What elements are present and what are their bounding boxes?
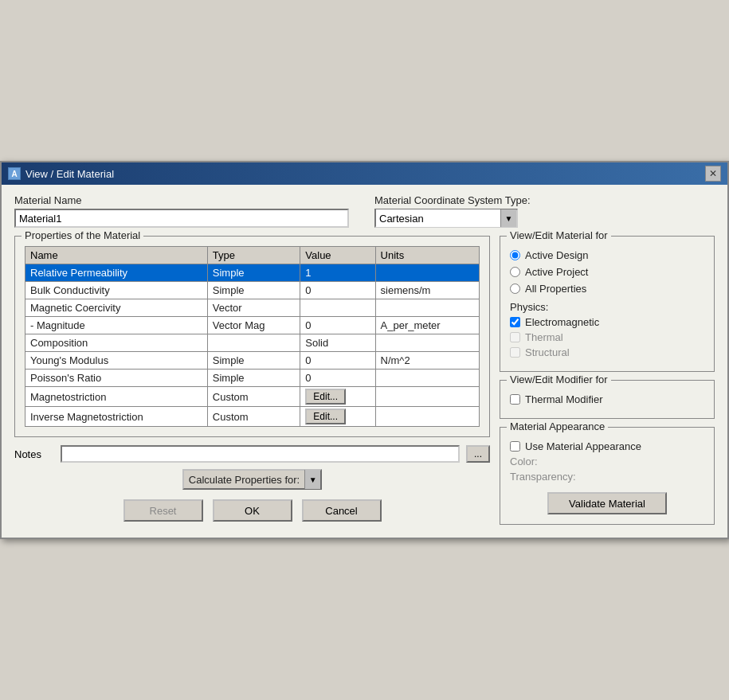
cell-name: Magnetostriction	[25, 387, 208, 407]
cell-value[interactable]: Edit...	[300, 387, 375, 407]
appearance-group-title: Material Appearance	[507, 420, 608, 432]
window-title: View / Edit Material	[25, 168, 114, 180]
thermal-modifier-label: Thermal Modifier	[525, 393, 603, 405]
col-header-name: Name	[25, 247, 208, 264]
cell-value: 1	[300, 264, 375, 282]
view-edit-title: View/Edit Material for	[507, 229, 611, 241]
app-icon: A	[8, 167, 21, 180]
close-button[interactable]: ✕	[705, 166, 721, 182]
ok-button[interactable]: OK	[213, 499, 292, 522]
col-header-type: Type	[207, 247, 300, 264]
cell-name: - Magnitude	[25, 317, 208, 334]
material-name-row: Material Name Material Coordinate System…	[14, 194, 715, 228]
col-header-units: Units	[375, 247, 479, 264]
notes-input[interactable]	[61, 445, 460, 463]
material-name-input[interactable]	[14, 209, 349, 228]
cell-name: Composition	[25, 334, 208, 352]
cell-type: Vector	[207, 299, 300, 317]
cell-name: Poisson's Ratio	[25, 370, 208, 387]
edit-button[interactable]: Edit...	[305, 389, 346, 405]
cell-type	[207, 334, 300, 352]
radio-group: Active Design Active Project All Propert…	[510, 249, 704, 295]
appearance-content: Use Material Appearance Color: Transpare…	[510, 440, 704, 483]
table-header-row: Name Type Value Units	[25, 247, 480, 264]
calc-dropdown-arrow[interactable]: ▼	[304, 470, 320, 489]
radio-active-project-input[interactable]	[510, 267, 520, 277]
cell-value[interactable]: Edit...	[300, 407, 375, 427]
cell-units: siemens/m	[375, 282, 479, 299]
cell-units	[375, 370, 479, 387]
calc-label: Calculate Properties for:	[184, 474, 304, 486]
transparency-row: Transparency:	[510, 471, 704, 483]
cell-type: Simple	[207, 370, 300, 387]
cell-units: A_per_meter	[375, 317, 479, 334]
physics-electromagnetic-checkbox[interactable]	[510, 317, 520, 327]
notes-dots-button[interactable]: ...	[466, 445, 490, 463]
cell-units: N/m^2	[375, 352, 479, 370]
use-material-appearance-label: Use Material Appearance	[525, 440, 641, 452]
table-row[interactable]: Bulk ConductivitySimple0siemens/m	[25, 282, 480, 299]
physics-structural-label: Structural	[525, 346, 570, 358]
table-row[interactable]: CompositionSolid	[25, 334, 480, 352]
physics-structural-checkbox[interactable]	[510, 347, 520, 358]
cell-value: Solid	[300, 334, 375, 352]
table-row[interactable]: - MagnitudeVector Mag0A_per_meter	[25, 317, 480, 334]
use-material-appearance-item[interactable]: Use Material Appearance	[510, 440, 704, 452]
properties-table: Name Type Value Units Relative Permeabil…	[25, 246, 480, 427]
cell-type: Custom	[207, 407, 300, 427]
cell-value	[300, 299, 375, 317]
appearance-group: Material Appearance Use Material Appeara…	[500, 427, 715, 525]
view-edit-group: View/Edit Material for Active Design Act…	[500, 236, 715, 372]
cell-value: 0	[300, 352, 375, 370]
radio-active-project[interactable]: Active Project	[510, 266, 704, 278]
table-row[interactable]: Inverse MagnetostrictionCustomEdit...	[25, 407, 480, 427]
left-panel: Properties of the Material Name Type Val…	[14, 236, 490, 528]
radio-all-properties-label: All Properties	[525, 283, 586, 295]
physics-label: Physics:	[510, 301, 704, 313]
coord-system-label: Material Coordinate System Type:	[374, 194, 531, 206]
use-material-appearance-checkbox[interactable]	[510, 441, 520, 452]
table-row[interactable]: Poisson's RatioSimple0	[25, 370, 480, 387]
physics-thermal-checkbox[interactable]	[510, 332, 520, 342]
color-label: Color:	[510, 456, 538, 467]
table-row[interactable]: MagnetostrictionCustomEdit...	[25, 387, 480, 407]
validate-btn-wrapper: Validate Material	[510, 492, 704, 514]
cell-name: Bulk Conductivity	[25, 282, 208, 299]
radio-all-properties[interactable]: All Properties	[510, 283, 704, 295]
modifier-group-title: View/Edit Modifier for	[507, 373, 611, 385]
coord-system-dropdown-arrow[interactable]: ▼	[500, 209, 516, 227]
cell-value: 0	[300, 282, 375, 299]
radio-active-design[interactable]: Active Design	[510, 249, 704, 261]
validate-material-button[interactable]: Validate Material	[547, 492, 667, 514]
reset-button[interactable]: Reset	[123, 499, 203, 522]
radio-active-design-label: Active Design	[525, 249, 588, 261]
radio-active-design-input[interactable]	[510, 250, 520, 260]
physics-thermal[interactable]: Thermal	[510, 331, 704, 343]
right-panel: View/Edit Material for Active Design Act…	[500, 236, 715, 528]
cell-type: Custom	[207, 387, 300, 407]
cell-name: Inverse Magnetostriction	[25, 407, 208, 427]
properties-group-title: Properties of the Material	[22, 229, 143, 241]
cell-name: Magnetic Coercivity	[25, 299, 208, 317]
radio-all-properties-input[interactable]	[510, 284, 520, 294]
cell-units	[375, 299, 479, 317]
col-header-value: Value	[300, 247, 375, 264]
table-row[interactable]: Young's ModulusSimple0N/m^2	[25, 352, 480, 370]
edit-button[interactable]: Edit...	[305, 409, 346, 424]
table-row[interactable]: Relative PermeabilitySimple1	[25, 264, 480, 282]
cell-units	[375, 334, 479, 352]
properties-group: Properties of the Material Name Type Val…	[14, 236, 490, 437]
cell-type: Vector Mag	[207, 317, 300, 334]
radio-active-project-label: Active Project	[525, 266, 588, 278]
physics-electromagnetic[interactable]: Electromagnetic	[510, 316, 704, 328]
thermal-modifier-item[interactable]: Thermal Modifier	[510, 393, 704, 405]
cancel-button[interactable]: Cancel	[302, 499, 382, 522]
table-row[interactable]: Magnetic CoercivityVector	[25, 299, 480, 317]
thermal-modifier-checkbox[interactable]	[510, 394, 520, 405]
coord-system-select-wrapper: Cartesian Cylindrical Spherical ▼	[374, 209, 518, 228]
physics-structural[interactable]: Structural	[510, 346, 704, 358]
calc-select-wrapper: Calculate Properties for: ▼	[182, 469, 322, 490]
bottom-buttons: Reset OK Cancel	[14, 499, 490, 528]
coord-system-select[interactable]: Cartesian Cylindrical Spherical	[376, 209, 500, 227]
material-name-group: Material Name	[14, 194, 349, 228]
